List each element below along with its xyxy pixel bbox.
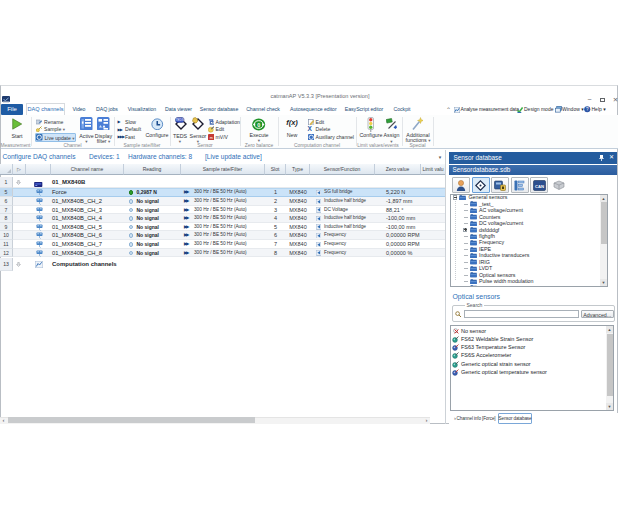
svg-text:m: m	[209, 135, 212, 139]
svg-text:?: ?	[586, 107, 589, 112]
svg-text:TEDS: TEDS	[175, 118, 183, 122]
svg-text:0: 0	[257, 121, 260, 127]
svg-text:CAN: CAN	[534, 183, 543, 188]
